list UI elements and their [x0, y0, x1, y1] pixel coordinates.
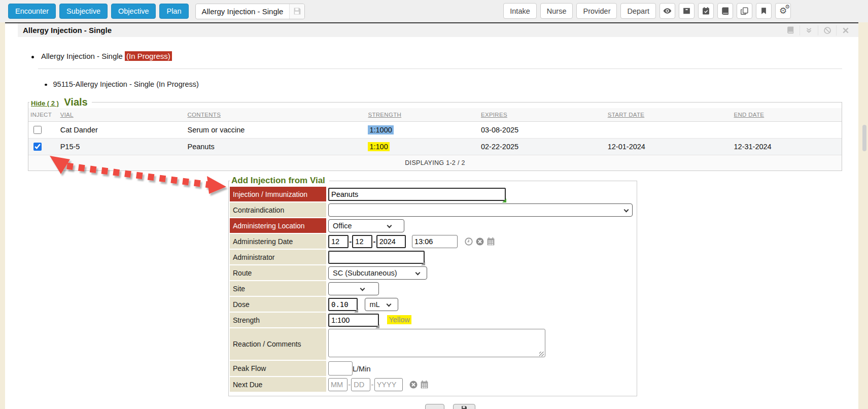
reaction-label: Reaction / Comments	[230, 328, 326, 360]
administering-location-select[interactable]: Office	[328, 219, 404, 232]
calendar-icon[interactable]	[487, 237, 495, 246]
collapse-chevrons-icon[interactable]	[800, 25, 818, 36]
form-row-strength: Strength Yellow	[230, 313, 636, 327]
vial-end-date	[732, 121, 842, 138]
vial-start-date: 12-01-2024	[606, 138, 732, 155]
eye-icon[interactable]	[659, 3, 675, 19]
site-label: Site	[230, 281, 326, 296]
chevron-down-icon	[624, 207, 629, 212]
col-vial[interactable]: VIAL	[58, 108, 186, 121]
vial-expires: 02-22-2025	[479, 138, 606, 155]
reaction-textarea[interactable]	[328, 329, 545, 357]
status-line-2-text: 95115-Allergy Injection - Single (In Pro…	[53, 80, 199, 88]
save-icon[interactable]	[289, 4, 304, 19]
bullet-dot	[45, 84, 47, 86]
col-strength[interactable]: STRENGTH	[366, 108, 478, 121]
peak-flow-unit: L/Min	[353, 365, 370, 373]
toolbar-left-group: Encounter Subjective Objective Plan Alle…	[8, 4, 305, 19]
col-expires[interactable]: EXPIRES	[479, 108, 606, 121]
col-end-date[interactable]: END DATE	[732, 108, 842, 121]
form-selector-label: Allergy Injection - Single	[196, 7, 290, 16]
form-save-button[interactable]	[453, 404, 475, 409]
calendar-check-icon[interactable]	[698, 3, 714, 19]
clear-date-icon[interactable]	[475, 237, 484, 246]
vial-row-p15-5: P15-5 Peanuts 1:100 02-22-2025 12-01-202…	[28, 138, 842, 155]
vials-section: Hide ( 2 ) Vials INJECT VIAL CONTENTS ST…	[28, 96, 842, 171]
next-due-month-input[interactable]	[328, 378, 348, 391]
strength-input[interactable]	[328, 314, 379, 327]
form-row-next-due: Next Due --	[230, 377, 636, 392]
gears-icon[interactable]: ⚙⚙	[775, 3, 791, 19]
vial-contents: Peanuts	[185, 138, 366, 155]
col-contents[interactable]: CONTENTS	[185, 108, 366, 121]
close-icon[interactable]	[836, 25, 854, 36]
form-row-site: Site	[230, 281, 636, 296]
dose-unit-select[interactable]: mL	[365, 298, 398, 311]
plan-button[interactable]: Plan	[159, 4, 188, 19]
vial-end-date: 12-31-2024	[732, 138, 842, 155]
administering-location-label: Administering Location	[230, 218, 326, 233]
route-label: Route	[230, 265, 326, 280]
page-title: Allergy Injection - Single	[23, 26, 112, 35]
contraindication-select[interactable]	[328, 203, 633, 217]
calendar-icon[interactable]	[420, 380, 429, 389]
clock-icon[interactable]	[464, 237, 473, 246]
vial-expires: 03-08-2025	[479, 121, 606, 138]
form-row-dose: Dose mL	[230, 297, 636, 312]
subjective-button[interactable]: Subjective	[59, 4, 108, 19]
dose-input[interactable]	[328, 298, 358, 311]
nurse-button[interactable]: Nurse	[540, 3, 573, 19]
vials-table: INJECT VIAL CONTENTS STRENGTH EXPIRES ST…	[28, 108, 842, 155]
strength-label: Strength	[230, 313, 326, 327]
injection-label: Injection / Immunization	[230, 187, 326, 201]
book-icon[interactable]	[781, 25, 800, 36]
administrator-input[interactable]	[328, 251, 425, 264]
next-due-year-input[interactable]	[374, 378, 403, 391]
date-day-input[interactable]	[352, 235, 372, 248]
divider	[38, 69, 842, 69]
date-month-input[interactable]	[328, 235, 349, 248]
depart-button[interactable]: Depart	[620, 3, 656, 19]
route-select[interactable]: SC (Subcutaneous)	[328, 266, 427, 280]
book-icon[interactable]	[717, 3, 733, 19]
disable-icon[interactable]	[818, 25, 836, 36]
next-due-label: Next Due	[230, 377, 326, 392]
next-due-day-input[interactable]	[351, 378, 370, 391]
chevron-down-icon	[360, 286, 365, 291]
status-line-1: Allergy Injection - Single (In Progress)	[31, 52, 172, 60]
injection-form-table: Injection / Immunization Contraindicatio…	[229, 186, 637, 393]
chevron-down-icon	[387, 223, 392, 228]
clear-date-icon[interactable]	[409, 380, 418, 389]
copy-icon[interactable]	[737, 3, 752, 19]
inject-checkbox[interactable]	[33, 143, 42, 151]
add-injection-section: Add Injection from Vial Injection / Immu…	[228, 176, 637, 396]
encounter-button[interactable]: Encounter	[8, 4, 56, 19]
status-line-1-text: Allergy Injection - Single	[41, 52, 125, 60]
injection-input[interactable]	[328, 188, 506, 201]
vial-name: Cat Dander	[58, 121, 186, 138]
time-input[interactable]	[412, 235, 458, 248]
vials-header-row: INJECT VIAL CONTENTS STRENGTH EXPIRES ST…	[28, 108, 842, 121]
chevron-down-icon	[415, 270, 421, 275]
form-action-button[interactable]	[425, 404, 444, 409]
intake-button[interactable]: Intake	[503, 3, 537, 19]
inject-checkbox[interactable]	[33, 126, 42, 134]
col-start-date[interactable]: START DATE	[606, 108, 732, 121]
date-year-input[interactable]	[376, 235, 406, 248]
scrollbar-thumb[interactable]	[862, 125, 866, 151]
vial-start-date	[606, 121, 732, 138]
col-inject: INJECT	[28, 108, 58, 121]
peak-flow-input[interactable]	[328, 361, 353, 376]
form-row-injection: Injection / Immunization	[230, 187, 636, 201]
bookmark-icon[interactable]	[756, 3, 772, 19]
toolbar-right-group: Intake Nurse Provider Depart ⚙⚙	[503, 3, 791, 19]
contraindication-label: Contraindication	[230, 202, 326, 217]
objective-button[interactable]: Objective	[111, 4, 156, 19]
site-select[interactable]	[328, 282, 379, 295]
provider-button[interactable]: Provider	[576, 3, 617, 19]
drawer-icon[interactable]	[679, 3, 695, 19]
top-toolbar: Encounter Subjective Objective Plan Alle…	[0, 0, 868, 22]
form-selector[interactable]: Allergy Injection - Single	[195, 4, 305, 19]
hide-vials-link[interactable]: Hide ( 2 )	[31, 99, 59, 107]
table-paging-status: DISPLAYING 1-2 / 2	[28, 155, 842, 171]
